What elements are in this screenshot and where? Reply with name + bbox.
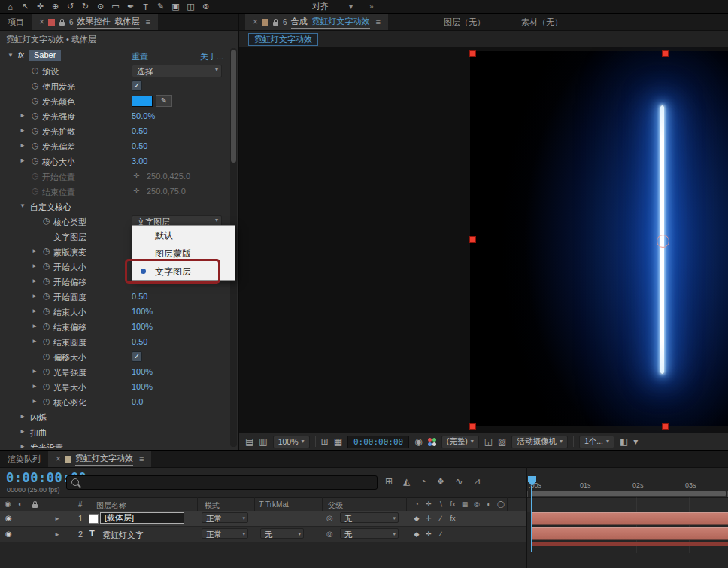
twirl-icon[interactable]: ►: [32, 384, 38, 390]
close-tab-icon[interactable]: ×: [253, 17, 258, 27]
tab-composition[interactable]: × 6 合成 霓虹灯文字动效 ≡: [245, 14, 388, 30]
checkbox[interactable]: ✓: [132, 80, 142, 91]
tab-project[interactable]: 项目: [0, 14, 32, 30]
stopwatch-icon[interactable]: ◷: [32, 66, 39, 74]
region-of-interest-icon[interactable]: ◱: [484, 437, 493, 446]
shape-tool-icon[interactable]: ▭: [109, 1, 122, 12]
motion-blur-icon[interactable]: ∿: [455, 477, 463, 486]
home-icon[interactable]: ⌂: [4, 1, 17, 12]
twirl-icon[interactable]: ►: [32, 369, 38, 375]
twirl-icon[interactable]: ►: [32, 308, 38, 314]
selection-handle[interactable]: [469, 236, 476, 243]
text-tool-icon[interactable]: T: [139, 1, 152, 12]
param-dropdown[interactable]: 选择▾: [132, 65, 222, 77]
layer-switch-quality[interactable]: ◆: [411, 515, 423, 522]
param-value[interactable]: 3.00: [132, 156, 147, 166]
viewer-pasteboard[interactable]: [239, 47, 728, 433]
stopwatch-icon[interactable]: ◷: [32, 111, 39, 120]
about-button[interactable]: 关于...: [200, 51, 223, 62]
timeline-divider[interactable]: [526, 467, 527, 568]
param-value[interactable]: 0.50: [132, 141, 147, 150]
layer-expand-icon[interactable]: ►: [54, 515, 60, 522]
selection-handle[interactable]: [662, 50, 669, 57]
twirl-icon[interactable]: ►: [32, 248, 38, 254]
brush-tool-icon[interactable]: ✎: [154, 1, 167, 12]
twirl-icon[interactable]: ►: [32, 293, 38, 299]
show-channel-icon[interactable]: [428, 438, 436, 446]
stopwatch-icon[interactable]: ◷: [43, 307, 50, 315]
twirl-icon[interactable]: ►: [32, 399, 38, 405]
layer-switch-collapse[interactable]: ✛: [423, 515, 435, 522]
twirl-icon[interactable]: ►: [20, 158, 26, 164]
scrollbar-thumb[interactable]: [231, 50, 236, 163]
param-value[interactable]: 100%: [132, 382, 153, 391]
playhead-line[interactable]: [531, 486, 532, 552]
tab-timeline-comp[interactable]: × 霓虹灯文字动效 ≡: [48, 451, 151, 467]
composition-canvas[interactable]: [470, 51, 728, 426]
layer-expand-icon[interactable]: ►: [54, 531, 60, 538]
twirl-open-icon[interactable]: ▼: [8, 53, 14, 59]
column-parent[interactable]: 父级: [328, 500, 343, 511]
param-value[interactable]: 0.50: [132, 292, 147, 301]
param-value[interactable]: 0.50: [132, 337, 147, 346]
eyedropper-icon[interactable]: ✎: [156, 95, 172, 107]
layer-switch-continuous[interactable]: ∕: [435, 515, 447, 522]
view-layout-icon[interactable]: ◧: [620, 437, 628, 446]
puppet-pin-tool-icon[interactable]: ⊚: [199, 1, 212, 12]
draft-3d-icon[interactable]: ◭: [403, 477, 410, 486]
stopwatch-icon[interactable]: ◷: [43, 397, 50, 405]
twirl-icon[interactable]: ►: [32, 263, 38, 269]
layer-parent-select[interactable]: 无▾: [340, 528, 399, 539]
layer-parent-select[interactable]: 无▾: [340, 512, 399, 523]
param-value[interactable]: 50.0%: [132, 111, 155, 120]
stopwatch-icon[interactable]: ◷: [32, 156, 39, 165]
param-value[interactable]: 100%: [132, 367, 153, 376]
stopwatch-icon[interactable]: ◷: [43, 367, 50, 375]
panel-menu-icon[interactable]: ≡: [146, 17, 150, 26]
color-swatch[interactable]: [132, 96, 153, 107]
twirl-icon[interactable]: ►: [20, 113, 26, 119]
selection-handle[interactable]: [469, 423, 476, 430]
stopwatch-icon[interactable]: ◷: [32, 96, 39, 105]
preview-time[interactable]: 0:00:00:00: [347, 436, 409, 448]
param-value[interactable]: 250.0,425.0: [147, 172, 190, 181]
stopwatch-icon[interactable]: ◷: [32, 172, 39, 180]
solid-color-swatch[interactable]: [89, 514, 99, 524]
snapping-chevron-icon[interactable]: ▾: [349, 2, 353, 11]
stopwatch-icon[interactable]: ◷: [43, 337, 50, 345]
stopwatch-icon[interactable]: ◷: [32, 187, 39, 195]
param-value[interactable]: 0.50: [132, 126, 147, 135]
visibility-eye-icon[interactable]: ◉: [5, 530, 12, 538]
main-viewer-icon[interactable]: ▥: [259, 437, 267, 446]
selection-tool-icon[interactable]: ↖: [19, 1, 32, 12]
menu-item-文字图层[interactable]: 文字图层: [132, 262, 235, 280]
eraser-tool-icon[interactable]: ◫: [184, 1, 197, 12]
choose-grid-icon[interactable]: ⊞: [321, 437, 329, 446]
tab-footage-viewer[interactable]: 素材（无）: [514, 14, 570, 30]
lock-icon[interactable]: [272, 17, 279, 26]
close-tab-icon[interactable]: ×: [39, 17, 44, 27]
stopwatch-icon[interactable]: ◷: [43, 322, 50, 330]
stopwatch-icon[interactable]: ◷: [43, 292, 50, 300]
active-camera-select[interactable]: 活动摄像机▾: [511, 436, 568, 448]
hand-tool-icon[interactable]: ✛: [34, 1, 47, 12]
visibility-eye-icon[interactable]: ◉: [5, 514, 12, 522]
view-count-select[interactable]: 1个...▾: [579, 436, 614, 448]
twirl-icon[interactable]: ►: [20, 444, 26, 448]
layer-row-1[interactable]: ◉►1[载体层]正常▾◎无▾◆✛∕fx: [0, 511, 526, 527]
panel-menu-icon[interactable]: ≡: [376, 17, 381, 26]
layer-row-2[interactable]: ◉►2T霓虹灯文字正常▾无▾◎无▾◆✛∕: [0, 527, 526, 542]
layer-duration-bar[interactable]: [531, 512, 728, 525]
stopwatch-icon[interactable]: ◷: [43, 352, 50, 360]
layer-switch-fx[interactable]: fx: [447, 515, 459, 522]
twirl-icon[interactable]: ►: [20, 128, 26, 134]
twirl-icon[interactable]: ►: [32, 339, 38, 345]
layer-switch-continuous[interactable]: ∕: [435, 530, 447, 538]
stopwatch-icon[interactable]: ◷: [43, 277, 50, 285]
zoom-tool-icon[interactable]: ⊕: [49, 1, 62, 12]
layer-search-box[interactable]: [66, 475, 378, 490]
layer-name[interactable]: 霓虹灯文字: [102, 530, 144, 541]
parent-pickwhip-icon[interactable]: ◎: [326, 514, 333, 522]
orbit-camera-tool-icon[interactable]: ↺: [64, 1, 77, 12]
stopwatch-icon[interactable]: ◷: [32, 141, 39, 150]
